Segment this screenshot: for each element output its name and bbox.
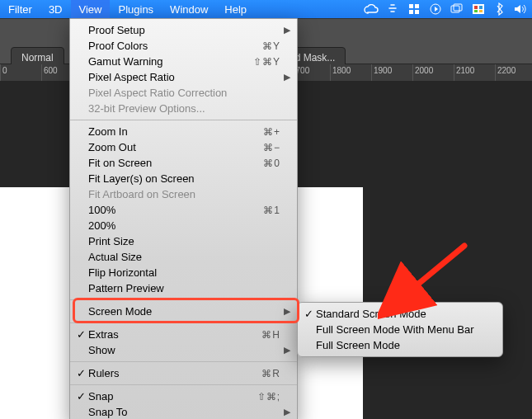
menu-item-proof-setup[interactable]: Proof Setup▶: [70, 22, 297, 38]
ruler-tick: 0: [0, 64, 41, 81]
menu-item-gamut-warning[interactable]: Gamut Warning⇧⌘Y: [70, 54, 297, 69]
grid-icon[interactable]: [403, 0, 425, 18]
share-icon[interactable]: [382, 0, 403, 18]
menu-shortcut: ⌘H: [261, 329, 280, 341]
menu-shortcut: ⌘Y: [262, 40, 280, 52]
menu-filter[interactable]: Filter: [0, 0, 40, 18]
checkmark-icon: ✓: [75, 328, 87, 341]
menu-separator: [70, 299, 297, 300]
checkmark-icon: ✓: [75, 367, 87, 379]
submenu-arrow-icon: ▶: [284, 407, 290, 417]
svg-rect-1: [415, 4, 419, 8]
menu-item-flip-horizontal[interactable]: Flip Horizontal: [70, 265, 297, 280]
submenu-item-label: Full Screen Mode With Menu Bar: [316, 323, 473, 336]
submenu-item-full-screen-mode-with-menu-bar[interactable]: Full Screen Mode With Menu Bar: [298, 322, 502, 337]
menu-item-label: Zoom In: [88, 125, 128, 138]
submenu-arrow-icon: ▶: [284, 306, 290, 317]
menu-item-32-bit-preview-options: 32-bit Preview Options...: [70, 101, 297, 116]
menu-item-label: Pixel Aspect Ratio Correction: [88, 87, 227, 99]
menu-item-label: Snap To: [88, 406, 127, 418]
ruler-tick: 2100: [454, 64, 495, 81]
menu-shortcut: ⌘1: [263, 205, 280, 216]
menu-item-100[interactable]: 100%⌘1: [70, 202, 297, 218]
menubar: Filter3DViewPluginsWindowHelp: [0, 0, 532, 18]
blend-mode-label: Normal: [21, 52, 54, 64]
menu-item-label: Show: [88, 344, 115, 356]
menu-shortcut: ⌘0: [263, 158, 280, 169]
menu-view[interactable]: View: [71, 0, 111, 18]
menu-separator: [70, 361, 297, 362]
ruler-tick: 1900: [371, 64, 412, 81]
submenu-arrow-icon: ▶: [284, 25, 290, 35]
menu-item-proof-colors[interactable]: Proof Colors⌘Y: [70, 38, 297, 54]
menu-separator: [70, 384, 297, 385]
svg-rect-9: [479, 6, 483, 9]
menu-item-label: Fit on Screen: [88, 157, 152, 169]
checkmark-icon: ✓: [75, 390, 87, 403]
svg-rect-5: [451, 6, 459, 12]
submenu-item-label: Standard Screen Mode: [316, 308, 426, 320]
menu-item-label: Zoom Out: [88, 141, 136, 153]
menu-item-zoom-in[interactable]: Zoom In⌘+: [70, 124, 297, 139]
menu-shortcut: ⌘R: [261, 368, 280, 379]
menu-item-label: Fit Layer(s) on Screen: [88, 172, 195, 185]
menu-item-label: Proof Colors: [88, 40, 148, 52]
ruler-tick: 1800: [330, 64, 371, 81]
menu-item-fit-on-screen[interactable]: Fit on Screen⌘0: [70, 155, 297, 171]
menu-plugins[interactable]: Plugins: [110, 0, 162, 18]
menu-3d[interactable]: 3D: [40, 0, 71, 18]
menu-item-label: Rulers: [88, 367, 120, 379]
menu-item-print-size[interactable]: Print Size: [70, 233, 297, 249]
menu-item-label: Print Size: [88, 235, 134, 247]
menu-separator: [70, 120, 297, 120]
checkmark-icon: ✓: [303, 308, 314, 320]
menu-item-label: Snap: [88, 390, 113, 403]
menu-item-label: Flip Horizontal: [88, 266, 157, 279]
ruler-tick: 2200: [495, 64, 532, 81]
svg-rect-3: [415, 10, 419, 14]
menu-item-screen-mode[interactable]: Screen Mode▶: [70, 304, 297, 319]
screen-mode-submenu: ✓Standard Screen ModeFull Screen Mode Wi…: [297, 302, 503, 357]
menu-item-label: Actual Size: [88, 251, 142, 263]
volume-icon[interactable]: [511, 0, 532, 18]
submenu-arrow-icon: ▶: [284, 345, 290, 355]
menu-item-zoom-out[interactable]: Zoom Out⌘−: [70, 139, 297, 155]
windows-icon[interactable]: [446, 0, 468, 18]
menu-help[interactable]: Help: [216, 0, 255, 18]
menu-item-snap[interactable]: ✓Snap⇧⌘;: [70, 388, 297, 404]
submenu-item-label: Full Screen Mode: [316, 339, 400, 351]
menu-item-fit-layer-s-on-screen[interactable]: Fit Layer(s) on Screen: [70, 171, 297, 186]
status-icons-group: [360, 0, 532, 18]
menu-item-pattern-preview[interactable]: Pattern Preview: [70, 280, 297, 296]
submenu-item-standard-screen-mode[interactable]: ✓Standard Screen Mode: [298, 306, 502, 322]
cloud-icon[interactable]: [360, 0, 382, 18]
menu-item-extras[interactable]: ✓Extras⌘H: [70, 327, 297, 342]
svg-rect-10: [474, 10, 478, 12]
menu-item-pixel-aspect-ratio-correction: Pixel Aspect Ratio Correction: [70, 85, 297, 101]
menu-item-label: Fit Artboard on Screen: [88, 188, 195, 200]
menu-item-200[interactable]: 200%: [70, 218, 297, 233]
menu-shortcut: ⇧⌘;: [257, 391, 280, 403]
menu-item-label: Pattern Preview: [88, 282, 164, 294]
swatch-icon[interactable]: [468, 0, 489, 18]
svg-rect-8: [474, 6, 478, 9]
menu-item-label: Pixel Aspect Ratio: [88, 71, 175, 83]
menu-item-pixel-aspect-ratio[interactable]: Pixel Aspect Ratio▶: [70, 69, 297, 85]
svg-rect-6: [454, 4, 462, 11]
menu-item-rulers[interactable]: ✓Rulers⌘R: [70, 365, 297, 381]
menu-item-label: Proof Setup: [88, 24, 145, 36]
menu-item-label: 200%: [88, 219, 115, 232]
svg-rect-0: [409, 4, 413, 8]
menu-item-snap-to[interactable]: Snap To▶: [70, 404, 297, 419]
menu-window[interactable]: Window: [162, 0, 216, 18]
play-icon[interactable]: [425, 0, 446, 18]
menu-item-label: 100%: [88, 204, 115, 216]
menu-item-actual-size[interactable]: Actual Size: [70, 249, 297, 265]
svg-rect-2: [409, 10, 413, 14]
svg-rect-11: [479, 10, 483, 12]
menu-shortcut: ⇧⌘Y: [253, 56, 280, 68]
submenu-item-full-screen-mode[interactable]: Full Screen Mode: [298, 337, 502, 353]
menu-item-show[interactable]: Show▶: [70, 342, 297, 358]
bluetooth-icon[interactable]: [489, 0, 511, 18]
menu-item-label: Screen Mode: [88, 305, 152, 318]
